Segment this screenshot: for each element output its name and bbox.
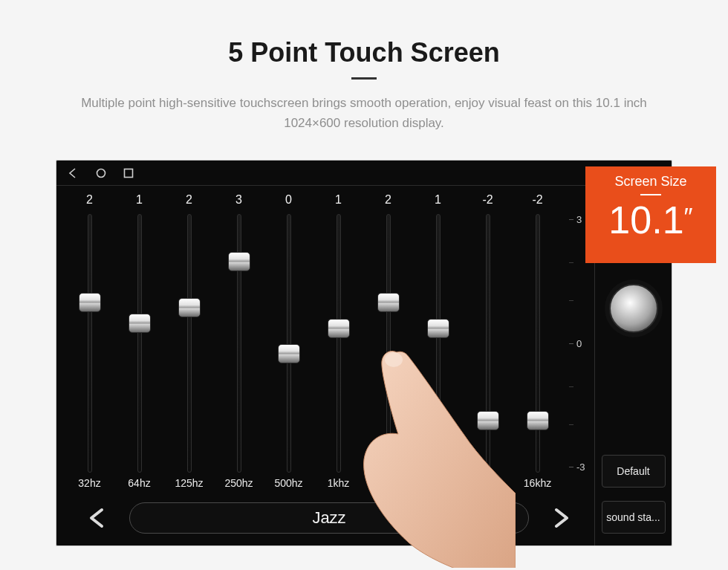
back-icon[interactable] <box>67 167 79 179</box>
svg-point-0 <box>97 169 105 177</box>
touchscreen-device: 2 32hz 1 64hz 2 125hz 3 250hz <box>56 160 672 546</box>
slider-track[interactable] <box>337 214 341 473</box>
sound-stage-button[interactable]: sound sta... <box>602 501 666 534</box>
default-button[interactable]: Default <box>602 455 666 488</box>
slider-label: 16khz <box>524 477 551 492</box>
slider-label: 2khz <box>377 477 400 492</box>
scale-minor <box>569 262 573 263</box>
slider-track[interactable] <box>137 214 142 473</box>
slider-track[interactable] <box>88 214 92 473</box>
slider-track[interactable] <box>237 214 241 473</box>
title-divider <box>351 77 377 80</box>
slider-label: 500hz <box>274 477 302 492</box>
eq-slider[interactable]: 2 2khz <box>370 193 406 492</box>
slider-knob[interactable] <box>79 293 101 312</box>
slider-track[interactable] <box>386 214 391 473</box>
preset-bar: Jazz <box>71 498 587 545</box>
eq-slider[interactable]: -2 8khz <box>469 193 506 492</box>
slider-value: 0 <box>285 193 292 210</box>
scale-tick: 0 <box>569 338 587 349</box>
scale-axis: 3 0 -3 <box>569 193 587 492</box>
preset-prev-button[interactable] <box>79 503 114 533</box>
slider-label: 64hz <box>128 477 150 492</box>
slider-knob[interactable] <box>278 344 300 363</box>
scale-tick: -3 <box>569 461 587 473</box>
slider-value: 2 <box>86 193 93 210</box>
page-subtitle: Multiple point high-sensitive touchscree… <box>52 93 676 133</box>
slider-knob[interactable] <box>328 319 350 338</box>
screen-size-badge: Screen Size 10.1″ <box>585 166 716 263</box>
slider-value: 1 <box>136 193 143 210</box>
slider-value: 2 <box>385 193 391 210</box>
badge-divider <box>640 194 661 195</box>
slider-knob[interactable] <box>228 252 250 271</box>
eq-slider[interactable]: 2 125hz <box>171 193 207 492</box>
preset-select[interactable]: Jazz <box>129 502 529 534</box>
eq-slider[interactable]: 1 4khz <box>420 193 456 492</box>
slider-label: 4khz <box>427 477 449 492</box>
slider-value: 2 <box>186 193 192 210</box>
balance-dial[interactable] <box>609 284 658 333</box>
eq-slider[interactable]: 1 64hz <box>121 193 157 492</box>
scale-tick: 3 <box>569 214 587 225</box>
slider-value: 1 <box>335 193 342 210</box>
eq-slider[interactable]: 2 32hz <box>71 193 108 492</box>
slider-knob[interactable] <box>527 411 549 430</box>
svg-rect-1 <box>125 169 133 177</box>
scale-minor <box>569 300 573 301</box>
slider-knob[interactable] <box>178 298 201 317</box>
android-navbar <box>56 161 672 186</box>
eq-slider[interactable]: 0 500hz <box>270 193 307 492</box>
badge-number: 10.1 <box>608 198 683 242</box>
slider-value: 1 <box>435 193 441 210</box>
badge-unit: ″ <box>684 202 693 230</box>
slider-label: 1khz <box>328 477 350 492</box>
slider-label: 250hz <box>224 477 253 492</box>
slider-value: -2 <box>532 193 542 210</box>
slider-track[interactable] <box>536 214 540 473</box>
slider-track[interactable] <box>187 214 192 473</box>
slider-value: 3 <box>235 193 242 210</box>
slider-track[interactable] <box>287 214 291 473</box>
slider-knob[interactable] <box>377 293 400 312</box>
eq-slider[interactable]: 3 250hz <box>221 193 257 492</box>
slider-track[interactable] <box>436 214 441 473</box>
scale-minor <box>569 424 573 425</box>
slider-value: -2 <box>482 193 493 210</box>
slider-knob[interactable] <box>477 411 499 430</box>
slider-track[interactable] <box>486 214 490 473</box>
scale-minor <box>569 386 573 387</box>
page-title: 5 Point Touch Screen <box>228 37 499 68</box>
equalizer-panel: 2 32hz 1 64hz 2 125hz 3 250hz <box>56 186 594 545</box>
preset-next-button[interactable] <box>544 503 579 533</box>
eq-slider[interactable]: -2 16khz <box>519 193 556 492</box>
recent-apps-icon[interactable] <box>123 168 134 178</box>
badge-title: Screen Size <box>585 174 716 190</box>
slider-label: 8khz <box>477 477 499 492</box>
home-icon[interactable] <box>95 167 107 179</box>
slider-knob[interactable] <box>427 319 449 338</box>
slider-knob[interactable] <box>129 314 151 333</box>
slider-label: 125hz <box>175 477 203 492</box>
eq-slider[interactable]: 1 1khz <box>320 193 357 492</box>
slider-label: 32hz <box>78 477 100 492</box>
badge-value: 10.1″ <box>585 197 716 243</box>
